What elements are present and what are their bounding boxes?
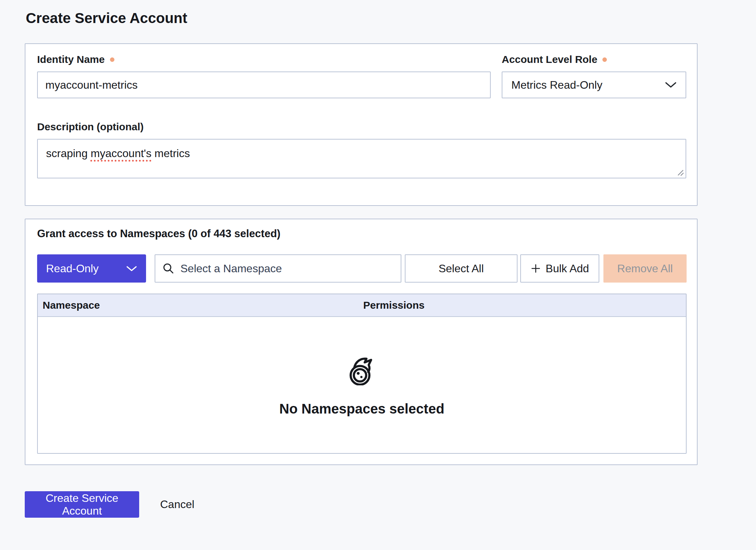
select-all-button[interactable]: Select All: [405, 254, 518, 283]
bulk-add-button[interactable]: Bulk Add: [520, 254, 599, 283]
column-header-namespace: Namespace: [38, 299, 358, 311]
identity-name-label: Identity Name: [37, 53, 491, 66]
empty-state-text: No Namespaces selected: [279, 401, 444, 417]
footer-actions: Create Service Account Cancel: [25, 491, 756, 518]
required-dot-icon: [602, 57, 607, 62]
page-title: Create Service Account: [26, 10, 756, 27]
namespace-search[interactable]: [155, 254, 401, 283]
account-level-role-select[interactable]: Metrics Read-Only: [502, 72, 686, 98]
description-label: Description (optional): [37, 120, 686, 133]
required-dot-icon: [110, 57, 114, 62]
misspelled-word: myaccount's: [91, 147, 152, 160]
account-level-role-label: Account Level Role: [502, 53, 686, 66]
remove-all-button[interactable]: Remove All: [603, 254, 687, 283]
chevron-down-icon: [126, 266, 137, 272]
empty-state: No Namespaces selected: [38, 317, 686, 453]
plus-icon: [531, 263, 541, 274]
description-field: Description (optional) scraping myaccoun…: [37, 120, 686, 178]
column-header-permissions: Permissions: [358, 299, 686, 311]
namespace-search-input[interactable]: [180, 262, 394, 275]
identity-name-field: Identity Name: [37, 53, 491, 98]
table-header: Namespace Permissions: [38, 294, 686, 317]
chevron-down-icon: [665, 82, 677, 88]
description-textarea[interactable]: scraping myaccount's metrics: [37, 139, 686, 178]
namespaces-table: Namespace Permissions No Namespaces sele…: [37, 294, 687, 454]
namespaces-toolbar: Read-Only Select All: [37, 254, 687, 283]
service-account-details-panel: Identity Name Account Level Role Metrics…: [25, 43, 698, 206]
namespaces-panel: Grant access to Namespaces (0 of 443 sel…: [25, 219, 698, 465]
cancel-button[interactable]: Cancel: [158, 498, 197, 511]
search-icon: [162, 262, 175, 275]
namespaces-heading: Grant access to Namespaces (0 of 443 sel…: [37, 227, 687, 241]
meteor-icon: [346, 353, 377, 385]
identity-name-input[interactable]: [37, 72, 491, 98]
resize-handle-icon[interactable]: [675, 167, 684, 176]
create-service-account-button[interactable]: Create Service Account: [25, 491, 139, 518]
role-filter-dropdown[interactable]: Read-Only: [37, 254, 146, 283]
account-level-role-field: Account Level Role Metrics Read-Only: [502, 53, 686, 98]
